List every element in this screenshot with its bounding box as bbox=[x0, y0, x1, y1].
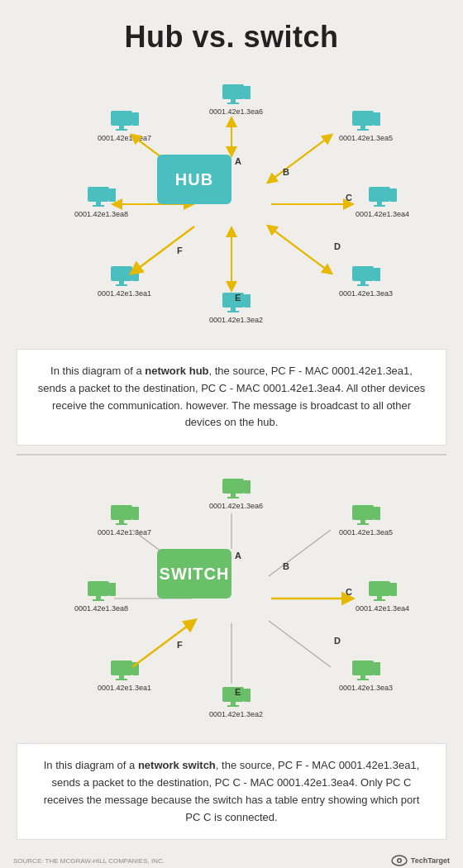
svg-text:D: D bbox=[334, 636, 341, 646]
svg-text:F: F bbox=[177, 640, 183, 650]
svg-text:C: C bbox=[346, 587, 352, 597]
eye-icon bbox=[391, 855, 408, 866]
hub-label: HUB bbox=[175, 170, 213, 189]
svg-line-61 bbox=[269, 530, 331, 576]
switch-center-box: SWITCH bbox=[157, 549, 232, 599]
footer: SOURCE: THE MCGRAW-HILL COMPANIES, INC. … bbox=[0, 848, 463, 868]
svg-text:B: B bbox=[283, 167, 289, 177]
switch-label: SWITCH bbox=[160, 565, 230, 584]
svg-point-108 bbox=[398, 860, 400, 862]
svg-text:A: A bbox=[235, 551, 241, 560]
svg-line-9 bbox=[269, 227, 331, 273]
section-divider bbox=[17, 454, 446, 455]
techtarget-logo: TechTarget bbox=[391, 855, 450, 866]
hub-description: In this diagram of a network hub, the so… bbox=[17, 349, 446, 446]
svg-text:E: E bbox=[235, 687, 241, 697]
svg-text:D: D bbox=[334, 241, 341, 251]
svg-line-58 bbox=[132, 621, 194, 667]
svg-text:A: A bbox=[235, 156, 241, 166]
brand-label: TechTarget bbox=[411, 856, 450, 865]
svg-text:B: B bbox=[283, 561, 289, 571]
switch-diagram: A B C D E F G H SWITCH 0001.42e1.3ea6 bbox=[58, 470, 405, 735]
svg-text:F: F bbox=[177, 246, 183, 255]
svg-text:C: C bbox=[346, 193, 352, 203]
hub-section: A B C D E F G H HUB 0001.42e1.3ea6 bbox=[0, 68, 463, 446]
switch-arrows: A B C D E F G H bbox=[58, 470, 405, 735]
svg-line-62 bbox=[269, 621, 331, 667]
switch-section: A B C D E F G H SWITCH 0001.42e1.3ea6 bbox=[0, 462, 463, 840]
hub-arrows: A B C D E F G H bbox=[58, 76, 405, 341]
footer-source: SOURCE: THE MCGRAW-HILL COMPANIES, INC. bbox=[13, 857, 165, 865]
svg-line-6 bbox=[269, 136, 331, 182]
switch-description: In this diagram of a network switch, the… bbox=[17, 743, 446, 840]
hub-center-box: HUB bbox=[157, 155, 232, 204]
svg-text:E: E bbox=[235, 293, 241, 303]
page-title: Hub vs. switch bbox=[0, 0, 463, 68]
svg-line-12 bbox=[132, 227, 194, 273]
hub-diagram: A B C D E F G H HUB 0001.42e1.3ea6 bbox=[58, 76, 405, 341]
